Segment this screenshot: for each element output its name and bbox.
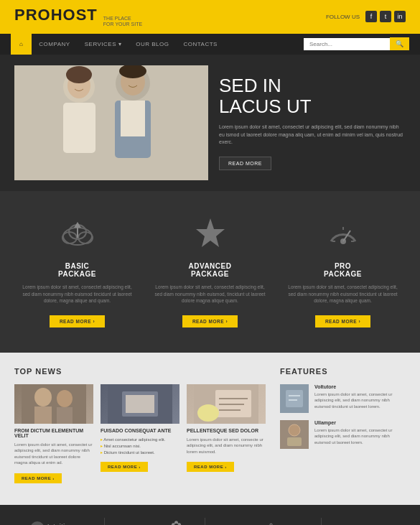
- family-logo: Family ✾ Life: [237, 521, 289, 525]
- news-item-2: FUISADO CONSEQUAT ANTE Amet consectetur …: [101, 384, 179, 483]
- hero-read-more-button[interactable]: READ MORE: [219, 157, 271, 170]
- facebook-icon[interactable]: f: [365, 11, 377, 22]
- pro-package-title: PROPACKAGE: [287, 262, 398, 278]
- svg-point-24: [34, 388, 52, 406]
- nav-items: ⌂ COMPANY SERVICES ▾ OUR BLOG CONTACTS: [11, 34, 225, 55]
- search-button[interactable]: 🔍: [390, 37, 409, 50]
- news-read-more-3[interactable]: READ MORE ›: [187, 462, 234, 472]
- feature-title-2: Ullamper: [314, 420, 406, 425]
- star-icon: [154, 216, 266, 255]
- logo-separator-3: [321, 518, 322, 525]
- logo-area: PROHOST THE PLACE FOR YOUR SITE: [14, 6, 142, 28]
- logo-sub: THE PLACE FOR YOUR SITE: [103, 16, 142, 28]
- hero-content: SED INLACUS UT Lorem ipsum dolor sit ame…: [219, 75, 406, 170]
- news-caption-3: PELLENTESQUE SED DOLOR: [187, 428, 266, 433]
- svg-rect-30: [126, 395, 154, 413]
- nav-search: 🔍: [304, 37, 409, 50]
- news-read-more-2[interactable]: READ MORE ›: [101, 462, 148, 472]
- svg-rect-43: [287, 437, 302, 446]
- hero-text: Lorem ipsum dolor sit amet, consectet ur…: [219, 124, 406, 147]
- logo-separator-1: [104, 518, 105, 525]
- news-text-3: Lorem ipsum dolor sit amet, consecte ur …: [187, 437, 266, 455]
- svg-point-42: [289, 424, 300, 436]
- nav-company[interactable]: COMPANY: [32, 34, 77, 55]
- svg-rect-38: [286, 390, 303, 407]
- leaf-icon: ✾: [266, 521, 276, 525]
- linkedin-icon[interactable]: in: [394, 11, 406, 22]
- search-input[interactable]: [304, 38, 390, 50]
- svg-point-9: [66, 66, 92, 83]
- feature-icon-1: [280, 384, 309, 413]
- follow-us-label: FOLLOW US: [326, 14, 360, 20]
- pro-package: PROPACKAGE Lorem ipsum dolor sit amet, c…: [280, 209, 406, 335]
- news-caption-2: FUISADO CONSEQUAT ANTE: [101, 428, 179, 433]
- greats-s: S: [383, 523, 390, 525]
- hero-title: SED INLACUS UT: [219, 75, 406, 116]
- features-title: FEATURES: [280, 367, 406, 376]
- feature-icon-2: [280, 420, 309, 449]
- feature-text-1: Lorem ipsum dolor sit amet, consectet ur…: [314, 391, 406, 409]
- feature-text-2: Lorem ipsum dolor sit amet, consectet ur…: [314, 427, 406, 445]
- news-item-3: PELLENTESQUE SED DOLOR Lorem ipsum dolor…: [187, 384, 266, 483]
- nav-blog[interactable]: OUR BLOG: [129, 34, 176, 55]
- feature-item-2: Ullamper Lorem ipsum dolor sit amet, con…: [280, 420, 406, 449]
- top-news-title: TOP NEWS: [14, 367, 266, 376]
- news-links-2: Amet consectetur adipiscing elit. Nisl a…: [101, 437, 179, 455]
- svg-rect-27: [57, 407, 73, 424]
- news-thumb-2: [101, 384, 179, 424]
- intuitive-logo: ● Intuitive Technologies: [30, 521, 73, 525]
- news-text-1: Lorem ipsum dolor sit amet, consectet ur…: [14, 442, 93, 466]
- news-link-2-2[interactable]: Nisl accumsan nisi.: [101, 443, 179, 448]
- advanced-package-title: ADVANCEDPACKAGE: [154, 262, 266, 278]
- social-icons: f t in: [365, 11, 406, 22]
- flower-icon: ✿: [171, 518, 182, 525]
- features-section: FEATURES Voltutore Lorem ipsum dolor sit…: [280, 367, 406, 491]
- svg-rect-6: [121, 101, 145, 136]
- twitter-icon[interactable]: t: [380, 11, 391, 22]
- svg-point-33: [197, 404, 219, 422]
- nav-bar: ⌂ COMPANY SERVICES ▾ OUR BLOG CONTACTS 🔍: [0, 34, 420, 55]
- svg-rect-25: [34, 406, 52, 424]
- pro-package-text: Lorem ipsum dolor sit amet, consectet ad…: [287, 284, 398, 305]
- basic-package-title: BASICPACKAGE: [22, 262, 133, 278]
- logos-bar: ● Intuitive Technologies Creatives ✿ Fam…: [0, 505, 420, 525]
- svg-rect-2: [63, 103, 95, 153]
- svg-marker-17: [196, 218, 225, 247]
- nav-home[interactable]: ⌂: [11, 34, 32, 55]
- greats-label: GreatS: [353, 523, 389, 525]
- intuitive-icon: ●: [30, 521, 45, 525]
- feature-content-2: Ullamper Lorem ipsum dolor sit amet, con…: [314, 420, 406, 449]
- news-link-2-3[interactable]: Dictum tincidunt ut laoreet.: [101, 450, 179, 455]
- news-link-2-1[interactable]: Amet consectetur adipiscing elit.: [101, 437, 179, 442]
- logo-main: PROHOST: [14, 6, 98, 24]
- news-items-row: FROM DICTUM ELEMENTUM VELIT Lorem ipsum …: [14, 384, 266, 483]
- news-thumb-1: [14, 384, 93, 424]
- packages-section: BASICPACKAGE Lorem ipsum dolor sit amet,…: [0, 191, 420, 353]
- feature-title-1: Voltutore: [314, 384, 406, 389]
- advanced-read-more-button[interactable]: READ MORE ›: [182, 315, 238, 327]
- nav-services[interactable]: SERVICES ▾: [78, 34, 129, 55]
- basic-package-text: Lorem ipsum dolor sit amet, consectet ad…: [22, 284, 133, 305]
- feature-item-1: Voltutore Lorem ipsum dolor sit amet, co…: [280, 384, 406, 413]
- basic-read-more-button[interactable]: READ MORE ›: [50, 315, 105, 327]
- advanced-package: ADVANCEDPACKAGE Lorem ipsum dolor sit am…: [147, 209, 273, 335]
- advanced-package-text: Lorem ipsum dolor sit amet, consectet ad…: [154, 284, 266, 305]
- pro-read-more-button[interactable]: READ MORE ›: [315, 315, 370, 327]
- nav-contacts[interactable]: CONTACTS: [176, 34, 224, 55]
- news-read-more-1[interactable]: READ MORE ›: [14, 473, 62, 483]
- hero-image: [14, 65, 208, 180]
- greats-logo: GreatS: [353, 523, 389, 525]
- news-caption-1: FROM DICTUM ELEMENTUM VELIT: [14, 428, 93, 438]
- cloud-upload-icon: [22, 216, 133, 255]
- content-area: TOP NEWS FROM DICTUM ELEMENTUM VELIT Lor…: [0, 353, 420, 505]
- news-item-1: FROM DICTUM ELEMENTUM VELIT Lorem ipsum …: [14, 384, 93, 483]
- news-thumb-3: [187, 384, 266, 424]
- feature-content-1: Voltutore Lorem ipsum dolor sit amet, co…: [314, 384, 406, 413]
- basic-package: BASICPACKAGE Lorem ipsum dolor sit amet,…: [14, 209, 140, 335]
- hero-section: SED INLACUS UT Lorem ipsum dolor sit ame…: [0, 55, 420, 191]
- top-news-section: TOP NEWS FROM DICTUM ELEMENTUM VELIT Lor…: [14, 367, 266, 491]
- svg-point-26: [57, 390, 73, 407]
- intuitive-label: Intuitive: [47, 523, 73, 525]
- speedometer-icon: [287, 216, 398, 255]
- header-right: FOLLOW US f t in: [326, 11, 406, 22]
